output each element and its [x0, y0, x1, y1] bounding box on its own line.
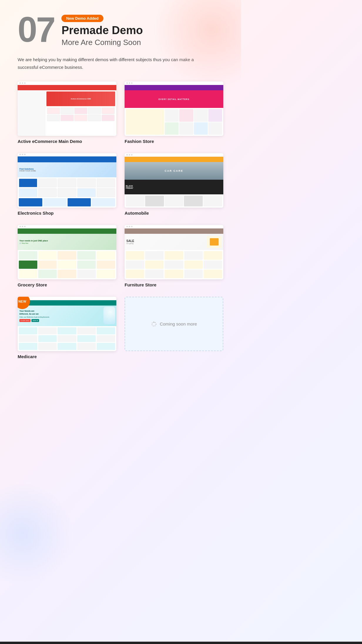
spinner-icon [151, 321, 157, 327]
sub-title: More Are Coming Soon [61, 38, 143, 47]
demo-thumb-electronics[interactable]: Find Solutions FROM YOUR HOME [18, 153, 116, 208]
mockup-medicare: Your Needs areDifferent, So are we Order… [18, 297, 116, 351]
demo-item-fashion[interactable]: EVERY DETAIL MATTERS [125, 81, 223, 144]
demo-item-main[interactable]: Active eCommerce CMS [18, 81, 116, 144]
coming-soon-box: Coming soon more [125, 297, 223, 351]
new-demo-badge: New Demo Added [61, 15, 103, 22]
svg-point-1 [153, 322, 154, 323]
demo-label-electronics: Electronics Shop [18, 211, 116, 216]
demo-label-auto: Automobile [125, 211, 223, 216]
demo-count-number: 07 [18, 12, 54, 47]
demo-item-coming-soon: Coming soon more [125, 297, 223, 361]
mockup-main: Active eCommerce CMS [18, 81, 116, 136]
demo-thumb-auto[interactable]: CAR CARE BLACKFRIDAY [125, 153, 223, 208]
demo-label-fashion: Fashion Store [125, 139, 223, 144]
mockup-fashion: EVERY DETAIL MATTERS [125, 81, 223, 136]
demo-item-auto[interactable]: CAR CARE BLACKFRIDAY [125, 153, 223, 216]
demo-thumb-grocery[interactable]: Your needs in just ONE place 🛒 Shop Now [18, 225, 116, 279]
mockup-auto: CAR CARE BLACKFRIDAY [125, 153, 223, 208]
main-title: Premade Demo [61, 24, 143, 37]
demo-thumb-furniture[interactable]: SALE On going [125, 225, 223, 279]
demo-label-medicare: Medicare [18, 354, 116, 359]
demo-thumb-medicare[interactable]: NEW Your Needs areDifferent, So are we O… [18, 297, 116, 351]
demo-item-grocery[interactable]: Your needs in just ONE place 🛒 Shop Now [18, 225, 116, 287]
coming-soon-label: Coming soon more [160, 321, 197, 326]
mockup-grocery: Your needs in just ONE place 🛒 Shop Now [18, 225, 116, 279]
demo-item-furniture[interactable]: SALE On going [125, 225, 223, 287]
demo-item-medicare[interactable]: NEW Your Needs areDifferent, So are we O… [18, 297, 116, 361]
mockup-electronics: Find Solutions FROM YOUR HOME [18, 153, 116, 208]
demo-label-grocery: Grocery Store [18, 282, 116, 287]
bottom-bar [0, 642, 241, 644]
mockup-furniture: SALE On going [125, 225, 223, 279]
demo-grid: Active eCommerce CMS [18, 81, 223, 361]
description-text: We are helping you by making different d… [18, 56, 206, 71]
demo-thumb-fashion[interactable]: EVERY DETAIL MATTERS [125, 81, 223, 136]
header-section: 07 New Demo Added Premade Demo More Are … [18, 12, 223, 47]
demo-label-main: Active eCommerce Main Demo [18, 139, 116, 144]
demo-label-furniture: Furniture Store [125, 282, 223, 287]
header-text-block: New Demo Added Premade Demo More Are Com… [61, 12, 143, 47]
demo-item-electronics[interactable]: Find Solutions FROM YOUR HOME [18, 153, 116, 216]
demo-thumb-main[interactable]: Active eCommerce CMS [18, 81, 116, 136]
